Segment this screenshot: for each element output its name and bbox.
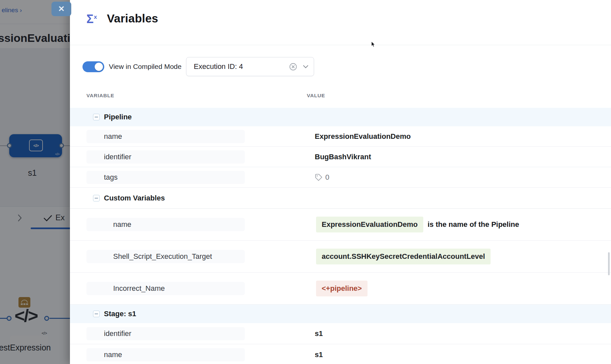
- tags-count: 0: [325, 173, 329, 182]
- variables-drawer: Σ x Variables View in Compiled Mode Exec…: [70, 0, 611, 364]
- value-suffix-text: is the name of the Pipeline: [428, 220, 519, 229]
- page-title: Variables: [107, 12, 158, 25]
- modal-dim-overlay: [0, 0, 71, 364]
- table-row: name s1: [70, 344, 611, 364]
- variable-value: s1: [307, 329, 611, 338]
- execution-id-value: Execution ID: 4: [194, 62, 289, 71]
- variable-value: BugBashVikrant: [307, 153, 611, 161]
- table-row: identifier BugBashVikrant: [70, 147, 611, 167]
- toggle-knob: [95, 63, 103, 71]
- background-pipeline-studio: elines › ssionEvaluati </> </> s1 Ex </>…: [0, 0, 71, 364]
- column-header-value: VALUE: [307, 93, 611, 99]
- table-row: name ExpressionEvaluationDemo is the nam…: [70, 209, 611, 241]
- controls-row: View in Compiled Mode Execution ID: 4: [82, 57, 611, 76]
- variable-name: name: [86, 130, 245, 143]
- clear-selection-icon[interactable]: [289, 62, 298, 71]
- tag-icon: [315, 173, 323, 181]
- mouse-cursor: [371, 42, 376, 49]
- collapse-minus-icon[interactable]: [93, 195, 100, 201]
- table-row: name ExpressionEvaluationDemo: [70, 126, 611, 147]
- unresolved-value-chip: <+pipeline>: [316, 281, 368, 296]
- table-row: Shell_Script_Execution_Target account.SS…: [70, 241, 611, 273]
- column-header-variable: VARIABLE: [86, 93, 307, 99]
- compiled-mode-label: View in Compiled Mode: [109, 63, 181, 71]
- section-header-stage-s1[interactable]: Stage: s1: [70, 305, 611, 323]
- variable-name: name: [86, 348, 245, 361]
- table-header-row: VARIABLE VALUE: [70, 93, 611, 108]
- close-button[interactable]: ✕: [51, 2, 71, 16]
- chevron-down-icon[interactable]: [303, 65, 308, 69]
- table-row: tags 0: [70, 167, 611, 188]
- section-header-custom-variables[interactable]: Custom Variables: [70, 188, 611, 209]
- variable-name: Incorrect_Name: [86, 282, 245, 295]
- section-header-pipeline[interactable]: Pipeline: [70, 108, 611, 126]
- variable-name: identifier: [86, 327, 245, 340]
- drawer-header: Σ x Variables: [70, 0, 611, 45]
- table-row: identifier s1: [70, 323, 611, 344]
- resolved-value-chip: ExpressionEvaluationDemo: [316, 217, 423, 232]
- variable-name: Shell_Script_Execution_Target: [86, 250, 245, 263]
- collapse-minus-icon[interactable]: [93, 114, 100, 120]
- variables-table: VARIABLE VALUE Pipeline name ExpressionE…: [70, 93, 611, 364]
- close-icon: ✕: [58, 4, 65, 14]
- table-row: Incorrect_Name <+pipeline>: [70, 273, 611, 305]
- variable-value: s1: [307, 350, 611, 359]
- collapse-minus-icon[interactable]: [93, 311, 100, 317]
- variable-name: name: [86, 218, 245, 231]
- compiled-mode-toggle[interactable]: [82, 61, 104, 72]
- variables-sigma-icon: Σ x: [86, 13, 97, 25]
- variable-name: identifier: [86, 150, 245, 164]
- execution-id-dropdown[interactable]: Execution ID: 4: [186, 57, 314, 76]
- variable-value: ExpressionEvaluationDemo: [307, 132, 611, 141]
- scrollbar-thumb[interactable]: [608, 252, 610, 275]
- resolved-value-chip: account.SSHKeySecretCredentialAccountLev…: [316, 249, 491, 264]
- variable-name: tags: [86, 171, 245, 184]
